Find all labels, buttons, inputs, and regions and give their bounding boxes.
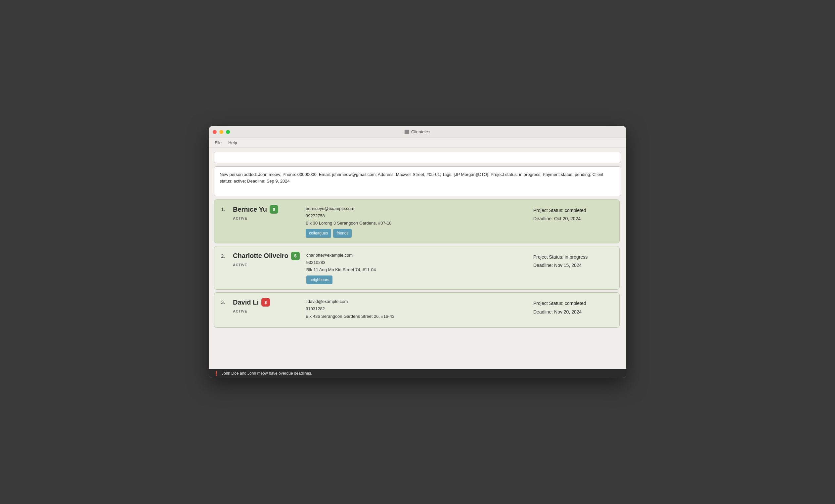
client-contact-1: berniceyu@example.com 99272758 Blk 30 Lo…: [299, 205, 533, 238]
app-icon: [405, 130, 409, 134]
client-status-2: ACTIVE: [233, 263, 300, 267]
tag-colleagues: colleagues: [306, 229, 331, 237]
client-email-1: berniceyu@example.com: [306, 205, 533, 212]
client-email-3: lidavid@example.com: [306, 298, 533, 305]
minimize-button[interactable]: [219, 130, 223, 134]
client-name-row-1: Bernice Yu $: [233, 205, 299, 214]
client-project-status-3: Project Status: completed: [533, 299, 613, 308]
client-status-3: ACTIVE: [233, 309, 299, 313]
client-number-2: 2.: [221, 252, 233, 259]
client-status-1: ACTIVE: [233, 216, 299, 220]
client-contact-3: lidavid@example.com 91031282 Blk 436 Ser…: [299, 298, 533, 322]
tag-friends: friends: [333, 229, 352, 237]
titlebar-title: Clientele+: [405, 129, 430, 134]
traffic-lights: [213, 130, 230, 134]
status-text: John Doe and John meow have overdue dead…: [222, 371, 312, 376]
notification-box: New person added: John meow; Phone: 0000…: [214, 166, 621, 196]
client-number-3: 3.: [221, 298, 233, 305]
client-deadline-1: Deadline: Oct 20, 2024: [533, 215, 613, 223]
client-card-2[interactable]: 2. Charlotte Oliveiro $ ACTIVE charlotte…: [214, 246, 619, 290]
client-name-row-2: Charlotte Oliveiro $: [233, 252, 300, 260]
close-button[interactable]: [213, 130, 217, 134]
app-title: Clientele+: [411, 129, 430, 134]
clients-scroll[interactable]: 1. Bernice Yu $ ACTIVE berniceyu@example…: [214, 200, 621, 365]
client-project-1: Project Status: completed Deadline: Oct …: [533, 205, 613, 238]
tag-neighbours: neighbours: [306, 275, 332, 284]
client-card-3[interactable]: 3. David Li $ ACTIVE lidavid@example.com…: [214, 292, 619, 328]
main-content: New person added: John meow; Phone: 0000…: [209, 148, 626, 369]
client-address-1: Blk 30 Lorong 3 Serangoon Gardens, #07-1…: [306, 219, 533, 227]
client-tags-1: colleagues friends: [306, 229, 533, 237]
client-phone-3: 91031282: [306, 305, 533, 313]
client-left-2: Charlotte Oliveiro $ ACTIVE: [233, 252, 300, 285]
client-left-1: Bernice Yu $ ACTIVE: [233, 205, 299, 238]
client-tags-2: neighbours: [306, 275, 533, 284]
client-name-3: David Li: [233, 299, 259, 306]
client-name-2: Charlotte Oliveiro: [233, 252, 288, 259]
client-info-2: Charlotte Oliveiro $ ACTIVE charlotte@ex…: [233, 252, 613, 285]
status-bar: ❗ John Doe and John meow have overdue de…: [209, 369, 626, 378]
client-email-2: charlotte@example.com: [306, 252, 533, 259]
client-project-2: Project Status: in progress Deadline: No…: [533, 252, 613, 285]
client-deadline-2: Deadline: Nov 15, 2024: [533, 261, 613, 270]
clients-wrapper: 1. Bernice Yu $ ACTIVE berniceyu@example…: [214, 200, 621, 365]
client-address-2: Blk 11 Ang Mo Kio Street 74, #11-04: [306, 266, 533, 273]
payment-badge-2: $: [291, 252, 300, 260]
client-name-1: Bernice Yu: [233, 206, 267, 213]
client-project-status-1: Project Status: completed: [533, 206, 613, 215]
file-menu[interactable]: File: [211, 139, 225, 147]
client-info-3: David Li $ ACTIVE lidavid@example.com 91…: [233, 298, 613, 322]
client-info-1: Bernice Yu $ ACTIVE berniceyu@example.co…: [233, 205, 613, 238]
client-phone-1: 99272758: [306, 212, 533, 219]
titlebar: Clientele+: [209, 126, 626, 138]
menubar: File Help: [209, 138, 626, 148]
client-contact-2: charlotte@example.com 93210283 Blk 11 An…: [300, 252, 533, 285]
client-project-status-2: Project Status: in progress: [533, 253, 613, 261]
client-phone-2: 93210283: [306, 259, 533, 266]
notification-text: New person added: John meow; Phone: 0000…: [220, 172, 604, 184]
payment-badge-3: $: [261, 298, 270, 307]
client-deadline-3: Deadline: Nov 20, 2024: [533, 308, 613, 316]
client-number-1: 1.: [221, 205, 233, 212]
client-address-3: Blk 436 Serangoon Gardens Street 26, #16…: [306, 313, 533, 320]
client-left-3: David Li $ ACTIVE: [233, 298, 299, 322]
payment-badge-1: $: [270, 205, 278, 214]
client-project-3: Project Status: completed Deadline: Nov …: [533, 298, 613, 322]
warning-icon: ❗: [213, 371, 219, 376]
search-input[interactable]: [214, 152, 621, 163]
help-menu[interactable]: Help: [225, 139, 241, 147]
maximize-button[interactable]: [226, 130, 230, 134]
client-name-row-3: David Li $: [233, 298, 299, 307]
main-window: Clientele+ File Help New person added: J…: [209, 126, 626, 378]
client-card-1[interactable]: 1. Bernice Yu $ ACTIVE berniceyu@example…: [214, 200, 619, 244]
